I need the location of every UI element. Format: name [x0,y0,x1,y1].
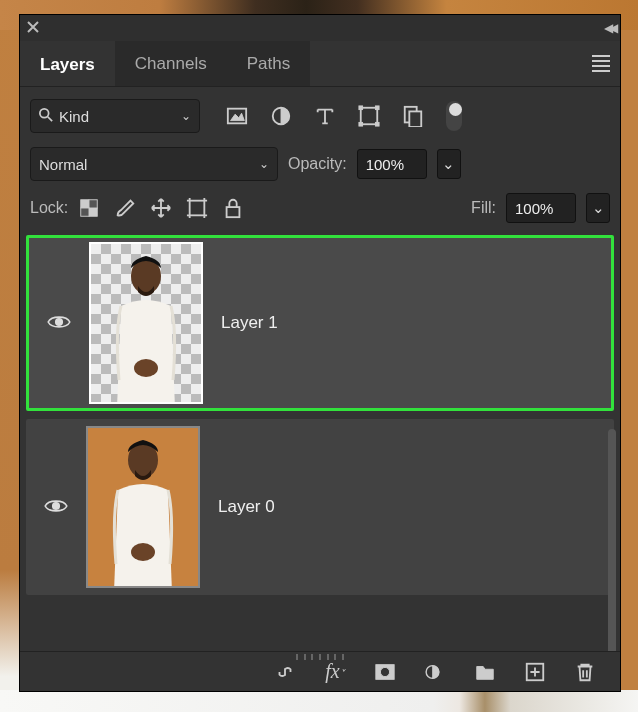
svg-rect-4 [361,108,378,125]
trash-icon[interactable] [574,661,596,683]
svg-rect-8 [375,122,379,126]
adjustment-layer-icon[interactable]: ˅ [424,661,446,683]
lock-artboard-icon[interactable] [186,197,208,219]
svg-rect-11 [81,200,89,208]
fill-input[interactable]: 100% [506,193,576,223]
filter-toggle[interactable] [446,101,462,131]
new-layer-icon[interactable] [524,661,546,683]
opacity-input[interactable]: 100% [357,149,427,179]
svg-point-17 [56,318,63,325]
chevron-down-icon: ⌄ [259,157,269,171]
svg-rect-13 [89,200,97,208]
filter-pixel-icon[interactable] [226,105,248,127]
blend-mode-value: Normal [39,156,87,173]
filter-adjustment-icon[interactable] [270,105,292,127]
lock-position-icon[interactable] [150,197,172,219]
svg-point-0 [40,108,49,117]
layer-mask-icon[interactable] [374,661,396,683]
layer-name: Layer 0 [218,497,275,517]
blend-mode-dropdown[interactable]: Normal ⌄ [30,147,278,181]
svg-rect-12 [89,208,97,216]
group-icon[interactable] [474,661,496,683]
layer-row[interactable]: Layer 1 [26,235,614,411]
chevron-down-icon: ⌄ [181,109,191,123]
collapse-icon[interactable]: ◀◀ [604,21,614,35]
svg-rect-16 [227,207,240,217]
tab-channels[interactable]: Channels [115,41,227,86]
svg-rect-14 [81,208,89,216]
svg-marker-2 [231,113,245,120]
lock-transparent-icon[interactable] [78,197,100,219]
link-layers-icon[interactable] [274,661,296,683]
layer-name: Layer 1 [221,313,278,333]
fill-label: Fill: [471,199,496,217]
resize-grabber-icon[interactable] [296,654,344,660]
tab-layers[interactable]: Layers [20,41,115,86]
layer-row[interactable]: Layer 0 [26,419,614,595]
layers-panel: ◀◀ Layers Channels Paths Kind ⌄ [19,14,621,692]
fill-stepper[interactable]: ⌄ [586,193,610,223]
filter-shape-icon[interactable] [358,105,380,127]
opacity-label: Opacity: [288,155,347,173]
lock-label: Lock: [30,199,68,217]
svg-point-22 [131,543,155,561]
svg-rect-15 [190,201,205,216]
svg-rect-7 [359,122,363,126]
layer-fx-icon[interactable]: fx˅ [324,661,346,683]
visibility-toggle-icon[interactable] [46,309,72,338]
filter-kind-label: Kind [59,108,89,125]
visibility-toggle-icon[interactable] [43,493,69,522]
svg-rect-5 [359,106,363,110]
opacity-stepper[interactable]: ⌄ [437,149,461,179]
panel-menu-icon[interactable] [592,55,610,72]
filter-type-icon[interactable] [314,105,336,127]
lock-brush-icon[interactable] [114,197,136,219]
filter-smart-icon[interactable] [402,105,424,127]
layer-thumbnail[interactable] [86,426,200,588]
svg-point-24 [380,667,389,676]
tab-paths[interactable]: Paths [227,41,310,86]
svg-rect-6 [375,106,379,110]
layer-thumbnail[interactable] [89,242,203,404]
svg-point-19 [134,359,158,377]
filter-kind-dropdown[interactable]: Kind ⌄ [30,99,200,133]
search-icon [39,108,53,125]
svg-rect-10 [409,111,421,127]
close-icon[interactable] [26,20,40,37]
lock-all-icon[interactable] [222,197,244,219]
svg-point-20 [53,502,60,509]
